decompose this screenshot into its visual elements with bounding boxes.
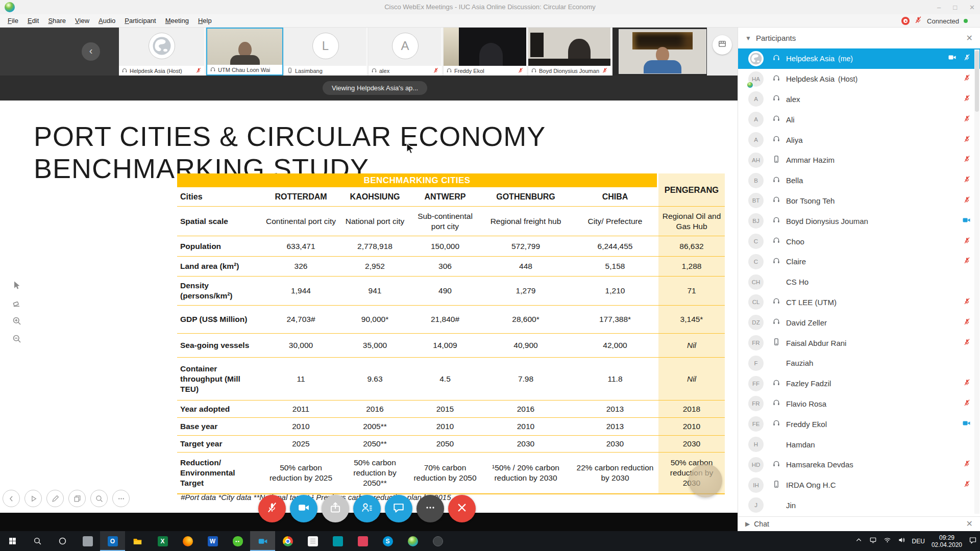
viewing-banner[interactable]: Viewing Helpdesk Asia's ap... — [323, 81, 427, 95]
participant-row[interactable]: CLCT LEE (UTM) — [738, 292, 980, 313]
action-center-icon[interactable] — [969, 536, 977, 546]
more-button[interactable] — [112, 490, 130, 507]
filmstrip-right-area — [707, 28, 738, 76]
participant-row[interactable]: HHamdan — [738, 434, 980, 455]
participant-row[interactable]: FRFlavio Rosa — [738, 394, 980, 414]
participant-row[interactable]: DZDavid Zeller — [738, 312, 980, 333]
participant-row[interactable]: JJin — [738, 495, 980, 516]
play-button[interactable] — [24, 490, 42, 507]
tray-expand-icon[interactable] — [855, 536, 863, 546]
participant-row[interactable]: IHIRDA Ong H.C — [738, 475, 980, 495]
participant-row[interactable]: FFFazley Fadzil — [738, 373, 980, 394]
menu-file[interactable]: File — [3, 14, 23, 27]
taskbar-wechat[interactable]: ●● — [225, 531, 250, 551]
camera-icon — [962, 216, 971, 227]
chevron-down-icon[interactable]: ▼ — [745, 35, 751, 42]
maximize-button[interactable]: □ — [953, 4, 957, 11]
filmstrip-prev-button[interactable]: ‹ — [82, 42, 100, 61]
participant-row[interactable]: FFauziah — [738, 353, 980, 373]
zoom-in-icon[interactable] — [11, 315, 22, 327]
camera-button[interactable] — [290, 495, 317, 522]
search-button[interactable] — [25, 531, 50, 551]
menu-view[interactable]: View — [70, 14, 94, 27]
more-button[interactable] — [416, 495, 444, 522]
close-button[interactable]: ✕ — [969, 4, 975, 11]
taskbar-app-3[interactable] — [325, 531, 350, 551]
video-thumbnail[interactable]: Aalex — [369, 28, 443, 76]
menu-help[interactable]: Help — [193, 14, 216, 27]
video-thumbnail[interactable]: UTM Chau Loon Wai — [206, 28, 283, 76]
taskbar-excel[interactable]: X — [150, 531, 175, 551]
start-button[interactable] — [0, 531, 25, 551]
menu-share[interactable]: Share — [43, 14, 70, 27]
chat-close-icon[interactable]: ✕ — [966, 519, 973, 529]
grid-view-button[interactable] — [713, 35, 732, 55]
participants-close-icon[interactable]: ✕ — [966, 33, 973, 43]
record-indicator-icon[interactable] — [901, 17, 910, 25]
taskbar-file-explorer[interactable] — [125, 531, 150, 551]
zoom-out-icon[interactable] — [11, 333, 22, 344]
menu-meeting[interactable]: Meeting — [161, 14, 193, 27]
taskbar-webex-meeting[interactable] — [250, 531, 275, 551]
participant-row[interactable]: FRFaisal Abdur Rani — [738, 333, 980, 353]
taskbar-chrome[interactable] — [275, 531, 300, 551]
participant-row[interactable]: HDHamsareka Devdas — [738, 455, 980, 475]
language-indicator[interactable]: DEU — [912, 538, 925, 545]
taskbar-clock[interactable]: 09:29 02.04.2020 — [932, 534, 962, 548]
menu-participant[interactable]: Participant — [120, 14, 160, 27]
video-thumbnail[interactable]: Helpdesk Asia (Host) — [119, 28, 205, 76]
mic-muted-icon[interactable] — [914, 16, 922, 26]
taskbar-skype[interactable]: S — [375, 531, 400, 551]
taskbar-firefox[interactable] — [175, 531, 200, 551]
taskbar-app-1[interactable] — [75, 531, 100, 551]
pencil-button[interactable] — [46, 490, 64, 507]
video-thumbnail[interactable]: Boyd Dionysius Jouman — [528, 28, 611, 76]
cortana-button[interactable] — [50, 531, 75, 551]
taskbar-app-4[interactable] — [350, 531, 375, 551]
participant-row[interactable]: HAHelpdesk Asia(Host) — [738, 69, 980, 89]
video-thumbnail[interactable]: LLasimbang — [284, 28, 368, 76]
volume-icon[interactable] — [898, 536, 905, 546]
participant-row[interactable]: AAliya — [738, 130, 980, 150]
share-button[interactable] — [322, 495, 349, 522]
active-speaker-video[interactable] — [619, 29, 706, 74]
video-thumbnail[interactable]: Freddy Ekol — [444, 28, 527, 76]
participant-row[interactable]: AHAmmar Hazim — [738, 150, 980, 170]
participants-button[interactable] — [353, 495, 381, 522]
network-icon[interactable] — [884, 536, 891, 546]
menu-edit[interactable]: Edit — [23, 14, 43, 27]
taskbar-app-2[interactable] — [300, 531, 325, 551]
table-cell: 11 — [262, 358, 339, 400]
video-filmstrip: ‹ Helpdesk Asia (Host)UTM Chau Loon WaiL… — [0, 28, 738, 76]
thumbnail-namebar: Freddy Ekol — [444, 66, 526, 76]
connection-status[interactable]: Connected — [927, 17, 959, 25]
mute-button[interactable] — [258, 495, 286, 522]
taskbar-outlook[interactable]: O — [100, 531, 125, 551]
participant-row[interactable]: AAli — [738, 109, 980, 130]
minimize-button[interactable]: – — [937, 4, 941, 11]
pages-button[interactable] — [68, 490, 86, 507]
participant-row[interactable]: CClaire — [738, 252, 980, 272]
participant-row[interactable]: FEFreddy Ekol — [738, 414, 980, 434]
participant-row[interactable]: CChoo — [738, 231, 980, 252]
participant-row[interactable]: BBella — [738, 170, 980, 191]
prev-button[interactable] — [3, 490, 20, 507]
eraser-icon[interactable] — [11, 297, 22, 309]
taskbar-webex[interactable] — [400, 531, 425, 551]
participants-scrollbar[interactable] — [974, 49, 979, 514]
active-speaker-container — [612, 28, 707, 76]
magnifier-button[interactable] — [90, 490, 108, 507]
participant-row[interactable]: Helpdesk Asia(me) — [738, 48, 980, 69]
taskbar-app-5[interactable] — [425, 531, 450, 551]
participant-row[interactable]: CHCS Ho — [738, 272, 980, 292]
menu-audio[interactable]: Audio — [94, 14, 120, 27]
leave-button[interactable] — [448, 495, 476, 522]
taskbar-word[interactable]: W — [200, 531, 225, 551]
participant-row[interactable]: BJBoyd Dionysius Jouman — [738, 211, 980, 231]
participant-row[interactable]: Aalex — [738, 89, 980, 110]
chat-button[interactable] — [385, 495, 412, 522]
monitor-icon[interactable] — [869, 536, 877, 546]
pointer-icon[interactable] — [11, 280, 22, 291]
participant-row[interactable]: BTBor Tsong Teh — [738, 191, 980, 211]
chat-section-bar[interactable]: ▶ Chat ✕ — [738, 516, 980, 531]
